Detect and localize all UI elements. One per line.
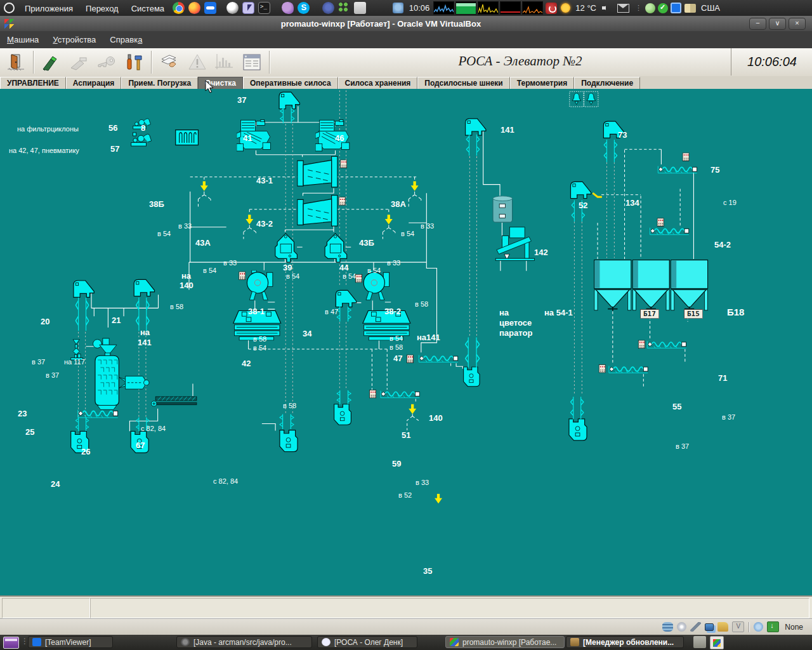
exit-button[interactable] — [3, 50, 29, 74]
diagram-label: в 58 — [170, 303, 183, 310]
chat-status-icon[interactable] — [645, 3, 655, 13]
skype-icon[interactable] — [298, 2, 310, 14]
fan-26[interactable] — [119, 376, 149, 389]
silo-b15[interactable] — [632, 260, 669, 311]
tank-25[interactable] — [93, 338, 119, 409]
panel-menu-Система[interactable]: Система — [125, 4, 171, 13]
pidgin-icon[interactable] — [282, 2, 294, 14]
hdd-icon[interactable] — [662, 622, 673, 632]
taskbar-item-vbox[interactable]: promauto-winxp [Работае... — [445, 636, 565, 648]
vbox-menu-Машина[interactable]: Машина — [0, 35, 46, 44]
updates-ok-icon[interactable] — [658, 3, 668, 13]
heater-8[interactable] — [176, 130, 199, 145]
mail-icon[interactable] — [617, 4, 629, 13]
network-icon[interactable] — [754, 622, 763, 632]
display-icon[interactable] — [705, 623, 714, 631]
pen-button[interactable] — [65, 50, 91, 74]
disk-utility-icon[interactable] — [354, 2, 366, 14]
sieve-43-1[interactable] — [298, 156, 337, 187]
panel-menu-Приложения[interactable]: Приложения — [18, 4, 79, 13]
usb-icon[interactable] — [690, 622, 701, 632]
aspirator-44[interactable] — [325, 234, 347, 262]
tab-Аспирация[interactable]: Аспирация — [66, 77, 122, 90]
vbox-menubar: МашинаУстройстваСправка — [0, 31, 812, 49]
tab-Подключение[interactable]: Подключение — [574, 77, 640, 90]
panel-clock[interactable]: 10:06 — [409, 3, 430, 13]
vbox-menu-Справка[interactable]: Справка — [103, 35, 149, 44]
reports-button[interactable] — [239, 50, 265, 74]
device-23[interactable] — [71, 340, 83, 360]
desktop: ПриложенияПереходСистема 10:06 12 °C — [0, 0, 812, 650]
aspirator-39[interactable] — [275, 234, 298, 262]
silo-b17[interactable] — [594, 260, 631, 311]
show-desktop-icon[interactable] — [3, 637, 19, 649]
panel-menu-Переход[interactable]: Переход — [79, 4, 125, 13]
tab-Термометрия[interactable]: Термометрия — [510, 77, 574, 90]
keyboard-layout[interactable]: США — [701, 3, 720, 13]
maximize-button[interactable]: ∨ — [769, 18, 786, 30]
disk-monitor[interactable] — [522, 1, 543, 15]
trends-button[interactable] — [211, 50, 237, 74]
separator-41[interactable] — [237, 119, 271, 151]
tab-Силоса хранения[interactable]: Силоса хранения — [338, 77, 418, 90]
alarm-bell-icon[interactable] — [587, 93, 596, 105]
alarm-bell-icon[interactable] — [572, 93, 581, 105]
eclipse-icon[interactable] — [322, 2, 334, 14]
tab-Прием. Погрузка[interactable]: Прием. Погрузка — [121, 77, 198, 90]
teamviewer-tray-icon[interactable] — [671, 3, 681, 13]
weather-icon[interactable] — [561, 3, 570, 13]
settings-button[interactable] — [121, 50, 147, 74]
diagram-label: 47 — [393, 354, 402, 363]
gimp-icon[interactable] — [226, 2, 239, 14]
trieur-38-2[interactable] — [363, 270, 389, 300]
cd-icon[interactable] — [677, 622, 686, 632]
taskbar-item-package[interactable]: [Менеджер обновлени... — [566, 636, 684, 648]
alarms-button[interactable] — [184, 50, 211, 74]
journal-button[interactable] — [156, 50, 183, 74]
video-capture-icon[interactable]: V — [732, 621, 744, 632]
shared-folder-icon[interactable] — [717, 622, 728, 632]
belt-conveyor-67[interactable] — [151, 397, 196, 406]
network-monitor[interactable] — [478, 1, 499, 15]
screenshot-icon[interactable] — [242, 2, 254, 14]
mouse-integration-icon[interactable] — [767, 621, 779, 632]
tab-Оперативные силоса[interactable]: Оперативные силоса — [243, 77, 338, 90]
vbox-menu-Устройства[interactable]: Устройства — [46, 35, 103, 44]
close-button[interactable]: × — [789, 18, 806, 30]
gravity-separator-142[interactable] — [495, 227, 534, 261]
probe-button[interactable] — [37, 50, 63, 74]
ubuntu-menu-icon[interactable] — [4, 3, 15, 13]
trieur-38-1[interactable] — [247, 270, 272, 300]
diagram-label: в 54 — [367, 267, 381, 274]
taskbar-item-java[interactable]: [Java - arcman/src/java/pro... — [176, 636, 312, 648]
memory-monitor[interactable] — [455, 1, 476, 15]
tab-Подсилосные шнеки[interactable]: Подсилосные шнеки — [417, 77, 509, 90]
firefox-icon[interactable] — [188, 2, 200, 14]
terminal-icon[interactable] — [258, 2, 270, 14]
taskbar-item-teamviewer[interactable]: [TeamViewer] — [28, 636, 113, 648]
taskbar-item-clock[interactable]: [РОСА - Олег Денк] — [317, 636, 417, 648]
address-book-icon[interactable] — [684, 4, 696, 13]
power-icon[interactable] — [546, 3, 557, 14]
temperature[interactable]: 12 °C — [575, 3, 596, 13]
vbox-titlebar[interactable]: promauto-winxp [Работает] - Oracle VM Vi… — [0, 16, 812, 31]
cpu-monitor[interactable] — [433, 1, 454, 15]
vbox-tray-icon[interactable] — [710, 636, 724, 649]
chrome-icon[interactable] — [173, 2, 185, 14]
key-button[interactable] — [93, 50, 119, 74]
trash-icon[interactable] — [693, 636, 706, 648]
diagram-label: 43Б — [359, 238, 374, 248]
diagram-label: на141 — [417, 333, 440, 342]
tab-УПРАВЛЕНИЕ[interactable]: УПРАВЛЕНИЕ — [0, 77, 66, 90]
minimize-button[interactable]: − — [749, 18, 766, 30]
buffer-tank[interactable] — [493, 196, 513, 222]
teamviewer-icon[interactable] — [204, 2, 216, 14]
separator-46[interactable] — [315, 119, 350, 151]
sieve-43-2[interactable] — [298, 196, 337, 226]
load-monitor[interactable] — [500, 1, 521, 15]
indicator-icon[interactable] — [393, 3, 403, 13]
equipment-boots[interactable] — [71, 367, 587, 453]
installer-icon[interactable] — [338, 2, 350, 14]
volume-icon[interactable] — [602, 4, 611, 12]
silo-b18[interactable] — [671, 260, 708, 311]
